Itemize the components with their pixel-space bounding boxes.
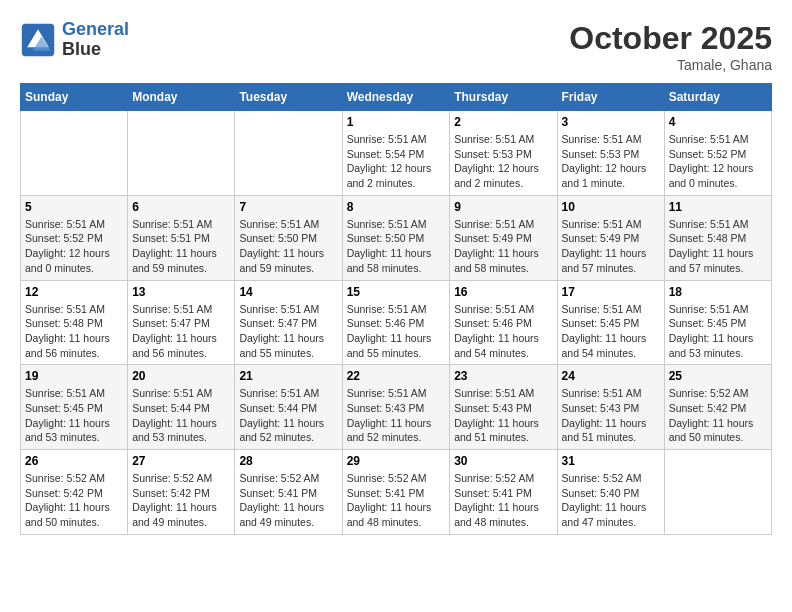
day-info: Sunrise: 5:51 AMSunset: 5:49 PMDaylight:…: [454, 217, 552, 276]
day-number: 11: [669, 200, 767, 214]
day-info: Sunrise: 5:51 AMSunset: 5:44 PMDaylight:…: [239, 386, 337, 445]
day-number: 25: [669, 369, 767, 383]
calendar-cell: 5Sunrise: 5:51 AMSunset: 5:52 PMDaylight…: [21, 195, 128, 280]
week-row-3: 19Sunrise: 5:51 AMSunset: 5:45 PMDayligh…: [21, 365, 772, 450]
calendar-cell: 17Sunrise: 5:51 AMSunset: 5:45 PMDayligh…: [557, 280, 664, 365]
title-block: October 2025 Tamale, Ghana: [569, 20, 772, 73]
day-info: Sunrise: 5:51 AMSunset: 5:54 PMDaylight:…: [347, 132, 446, 191]
day-info: Sunrise: 5:51 AMSunset: 5:47 PMDaylight:…: [132, 302, 230, 361]
calendar-cell: [664, 450, 771, 535]
calendar-cell: 15Sunrise: 5:51 AMSunset: 5:46 PMDayligh…: [342, 280, 450, 365]
weekday-header-friday: Friday: [557, 84, 664, 111]
day-number: 13: [132, 285, 230, 299]
day-info: Sunrise: 5:51 AMSunset: 5:45 PMDaylight:…: [669, 302, 767, 361]
day-info: Sunrise: 5:52 AMSunset: 5:40 PMDaylight:…: [562, 471, 660, 530]
day-info: Sunrise: 5:51 AMSunset: 5:53 PMDaylight:…: [562, 132, 660, 191]
weekday-header-row: SundayMondayTuesdayWednesdayThursdayFrid…: [21, 84, 772, 111]
calendar-cell: 12Sunrise: 5:51 AMSunset: 5:48 PMDayligh…: [21, 280, 128, 365]
logo-icon: [20, 22, 56, 58]
day-number: 3: [562, 115, 660, 129]
calendar-cell: [128, 111, 235, 196]
day-info: Sunrise: 5:51 AMSunset: 5:46 PMDaylight:…: [454, 302, 552, 361]
calendar-cell: 4Sunrise: 5:51 AMSunset: 5:52 PMDaylight…: [664, 111, 771, 196]
day-info: Sunrise: 5:52 AMSunset: 5:42 PMDaylight:…: [25, 471, 123, 530]
calendar-cell: 22Sunrise: 5:51 AMSunset: 5:43 PMDayligh…: [342, 365, 450, 450]
day-info: Sunrise: 5:51 AMSunset: 5:51 PMDaylight:…: [132, 217, 230, 276]
day-number: 18: [669, 285, 767, 299]
week-row-2: 12Sunrise: 5:51 AMSunset: 5:48 PMDayligh…: [21, 280, 772, 365]
calendar-cell: 31Sunrise: 5:52 AMSunset: 5:40 PMDayligh…: [557, 450, 664, 535]
day-info: Sunrise: 5:51 AMSunset: 5:53 PMDaylight:…: [454, 132, 552, 191]
day-number: 24: [562, 369, 660, 383]
logo-text: General Blue: [62, 20, 129, 60]
day-info: Sunrise: 5:51 AMSunset: 5:48 PMDaylight:…: [669, 217, 767, 276]
day-number: 14: [239, 285, 337, 299]
day-number: 7: [239, 200, 337, 214]
day-number: 27: [132, 454, 230, 468]
logo-line1: General: [62, 19, 129, 39]
day-number: 22: [347, 369, 446, 383]
day-number: 1: [347, 115, 446, 129]
day-number: 20: [132, 369, 230, 383]
day-number: 28: [239, 454, 337, 468]
week-row-1: 5Sunrise: 5:51 AMSunset: 5:52 PMDaylight…: [21, 195, 772, 280]
calendar-cell: 1Sunrise: 5:51 AMSunset: 5:54 PMDaylight…: [342, 111, 450, 196]
day-number: 8: [347, 200, 446, 214]
page-header: General Blue October 2025 Tamale, Ghana: [20, 20, 772, 73]
week-row-4: 26Sunrise: 5:52 AMSunset: 5:42 PMDayligh…: [21, 450, 772, 535]
day-number: 16: [454, 285, 552, 299]
weekday-header-monday: Monday: [128, 84, 235, 111]
weekday-header-wednesday: Wednesday: [342, 84, 450, 111]
day-info: Sunrise: 5:51 AMSunset: 5:45 PMDaylight:…: [25, 386, 123, 445]
calendar-cell: 30Sunrise: 5:52 AMSunset: 5:41 PMDayligh…: [450, 450, 557, 535]
week-row-0: 1Sunrise: 5:51 AMSunset: 5:54 PMDaylight…: [21, 111, 772, 196]
logo: General Blue: [20, 20, 129, 60]
day-number: 2: [454, 115, 552, 129]
day-number: 17: [562, 285, 660, 299]
day-info: Sunrise: 5:51 AMSunset: 5:50 PMDaylight:…: [239, 217, 337, 276]
calendar-cell: 25Sunrise: 5:52 AMSunset: 5:42 PMDayligh…: [664, 365, 771, 450]
day-number: 15: [347, 285, 446, 299]
day-number: 26: [25, 454, 123, 468]
day-info: Sunrise: 5:51 AMSunset: 5:52 PMDaylight:…: [669, 132, 767, 191]
weekday-header-saturday: Saturday: [664, 84, 771, 111]
day-info: Sunrise: 5:51 AMSunset: 5:46 PMDaylight:…: [347, 302, 446, 361]
day-info: Sunrise: 5:51 AMSunset: 5:45 PMDaylight:…: [562, 302, 660, 361]
calendar-cell: 26Sunrise: 5:52 AMSunset: 5:42 PMDayligh…: [21, 450, 128, 535]
day-info: Sunrise: 5:51 AMSunset: 5:43 PMDaylight:…: [454, 386, 552, 445]
day-info: Sunrise: 5:51 AMSunset: 5:43 PMDaylight:…: [347, 386, 446, 445]
calendar-cell: 13Sunrise: 5:51 AMSunset: 5:47 PMDayligh…: [128, 280, 235, 365]
day-info: Sunrise: 5:51 AMSunset: 5:47 PMDaylight:…: [239, 302, 337, 361]
month-title: October 2025: [569, 20, 772, 57]
calendar-cell: 29Sunrise: 5:52 AMSunset: 5:41 PMDayligh…: [342, 450, 450, 535]
calendar-cell: [21, 111, 128, 196]
day-info: Sunrise: 5:51 AMSunset: 5:50 PMDaylight:…: [347, 217, 446, 276]
day-number: 12: [25, 285, 123, 299]
calendar-cell: 9Sunrise: 5:51 AMSunset: 5:49 PMDaylight…: [450, 195, 557, 280]
calendar-cell: 23Sunrise: 5:51 AMSunset: 5:43 PMDayligh…: [450, 365, 557, 450]
day-number: 4: [669, 115, 767, 129]
day-info: Sunrise: 5:52 AMSunset: 5:41 PMDaylight:…: [454, 471, 552, 530]
calendar-cell: 10Sunrise: 5:51 AMSunset: 5:49 PMDayligh…: [557, 195, 664, 280]
day-info: Sunrise: 5:51 AMSunset: 5:49 PMDaylight:…: [562, 217, 660, 276]
calendar-cell: 27Sunrise: 5:52 AMSunset: 5:42 PMDayligh…: [128, 450, 235, 535]
calendar-cell: 16Sunrise: 5:51 AMSunset: 5:46 PMDayligh…: [450, 280, 557, 365]
calendar-cell: 7Sunrise: 5:51 AMSunset: 5:50 PMDaylight…: [235, 195, 342, 280]
calendar-cell: 18Sunrise: 5:51 AMSunset: 5:45 PMDayligh…: [664, 280, 771, 365]
calendar-cell: 14Sunrise: 5:51 AMSunset: 5:47 PMDayligh…: [235, 280, 342, 365]
location-title: Tamale, Ghana: [569, 57, 772, 73]
day-info: Sunrise: 5:51 AMSunset: 5:44 PMDaylight:…: [132, 386, 230, 445]
calendar-cell: 19Sunrise: 5:51 AMSunset: 5:45 PMDayligh…: [21, 365, 128, 450]
calendar-table: SundayMondayTuesdayWednesdayThursdayFrid…: [20, 83, 772, 535]
calendar-cell: [235, 111, 342, 196]
day-number: 5: [25, 200, 123, 214]
day-number: 19: [25, 369, 123, 383]
day-number: 10: [562, 200, 660, 214]
weekday-header-sunday: Sunday: [21, 84, 128, 111]
calendar-cell: 8Sunrise: 5:51 AMSunset: 5:50 PMDaylight…: [342, 195, 450, 280]
day-number: 6: [132, 200, 230, 214]
day-number: 21: [239, 369, 337, 383]
logo-line2: Blue: [62, 40, 129, 60]
day-number: 9: [454, 200, 552, 214]
calendar-cell: 2Sunrise: 5:51 AMSunset: 5:53 PMDaylight…: [450, 111, 557, 196]
